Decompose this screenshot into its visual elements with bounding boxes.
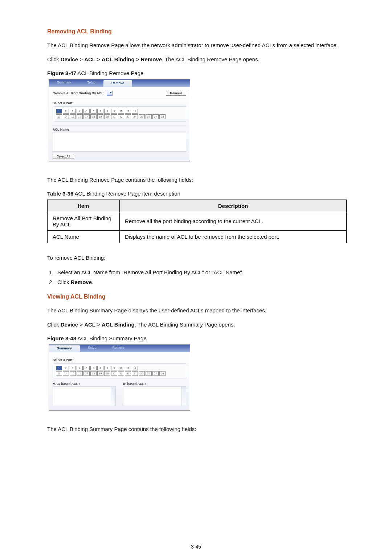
tab-summary-2[interactable]: Summary [49, 345, 80, 352]
tab-remove-2[interactable]: Remove [105, 345, 133, 352]
port-3[interactable]: 3 [70, 109, 76, 114]
mac-acl-list[interactable] [53, 386, 116, 406]
port-13[interactable]: 13 [56, 371, 62, 376]
port-26[interactable]: 26 [146, 114, 152, 119]
port-13[interactable]: 13 [56, 114, 62, 119]
port-4[interactable]: 4 [77, 366, 83, 370]
port-19[interactable]: 19 [97, 371, 103, 376]
fields-intro-2: The ACL Binding Summary Page contains th… [47, 425, 347, 434]
port-10[interactable]: 10 [118, 366, 124, 370]
port-10[interactable]: 10 [118, 109, 124, 114]
port-14[interactable]: 14 [63, 114, 69, 119]
table-caption: Table 3-36 ACL Binding Remove Page item … [47, 190, 347, 198]
port-26[interactable]: 26 [146, 371, 152, 376]
port-18[interactable]: 18 [90, 114, 97, 119]
step-2: Click Remove. [55, 278, 347, 287]
port-14[interactable]: 14 [63, 371, 69, 376]
intro-paragraph-2: The ACL Binding Summary Page displays th… [47, 307, 347, 315]
port-25[interactable]: 25 [139, 114, 145, 119]
port-24[interactable]: 24 [132, 114, 138, 119]
port-3[interactable]: 3 [70, 366, 76, 370]
port-17[interactable]: 17 [83, 114, 90, 119]
port-row-top: 123456789101112 [56, 109, 183, 114]
page-number: 3-45 [0, 544, 392, 550]
screenshot-acl-summary: Summary Setup Remove Select a Port: 1234… [49, 344, 190, 411]
tab-setup-2[interactable]: Setup [80, 345, 105, 352]
port-28[interactable]: 28 [159, 371, 166, 376]
port-11[interactable]: 11 [125, 366, 131, 370]
remove-by-acl-label: Remove All Port Binding By ACL: [53, 91, 105, 95]
fields-intro: The ACL Binding Remove Page contains the… [47, 176, 347, 184]
port-19[interactable]: 19 [97, 114, 103, 119]
port-selector-2: 123456789101112 131415161718192021222324… [53, 363, 186, 378]
port-4[interactable]: 4 [77, 109, 83, 114]
port-8[interactable]: 8 [104, 109, 110, 114]
port-row-bottom: 13141516171819202122232425262728 [56, 114, 183, 119]
port-11[interactable]: 11 [125, 109, 131, 114]
figure-caption-2: Figure 3-48 ACL Binding Summary Page [47, 335, 347, 343]
tab-bar-2: Summary Setup Remove [49, 345, 190, 352]
figure-caption: Figure 3-47 ACL Binding Remove Page [47, 69, 347, 78]
port-22[interactable]: 22 [118, 371, 124, 376]
port-20[interactable]: 20 [104, 371, 110, 376]
port-21[interactable]: 21 [111, 114, 117, 119]
port-27[interactable]: 27 [152, 371, 159, 376]
port-12[interactable]: 12 [132, 366, 138, 370]
port-21[interactable]: 21 [111, 371, 117, 376]
tab-bar: Summary Setup Remove [49, 79, 190, 87]
port-5[interactable]: 5 [83, 109, 90, 114]
acl-name-list[interactable] [53, 132, 186, 152]
select-all-button[interactable]: Select All [53, 154, 74, 159]
port-7[interactable]: 7 [97, 366, 103, 370]
th-item: Item [48, 200, 120, 212]
port-27[interactable]: 27 [152, 114, 159, 119]
select-port-label: Select a Port: [53, 101, 186, 105]
port-9[interactable]: 9 [111, 109, 117, 114]
ip-acl-list[interactable] [123, 386, 186, 406]
port-7[interactable]: 7 [97, 109, 103, 114]
port-2[interactable]: 2 [63, 109, 69, 114]
port-25[interactable]: 25 [139, 371, 145, 376]
th-desc: Description [120, 200, 347, 212]
acl-name-label: ACL Name [53, 128, 186, 131]
step-1: Select an ACL Name from "Remove All Port… [55, 268, 347, 278]
port-2[interactable]: 2 [63, 366, 69, 370]
tab-setup[interactable]: Setup [79, 79, 104, 87]
mac-acl-label: MAC-based ACL : [53, 382, 116, 386]
remove-button[interactable]: Remove [166, 91, 186, 96]
item-description-table: Item Description Remove All Port Binding… [47, 200, 347, 243]
steps-list: Select an ACL Name from "Remove All Port… [55, 268, 347, 287]
port-selector: 123456789101112 131415161718192021222324… [53, 106, 186, 122]
port-28[interactable]: 28 [159, 114, 166, 119]
section-heading-removing: Removing ACL Binding [47, 28, 347, 35]
acl-dropdown[interactable] [107, 91, 113, 96]
port-18[interactable]: 18 [90, 371, 97, 376]
tab-summary[interactable]: Summary [49, 79, 79, 87]
port-6[interactable]: 6 [90, 366, 97, 370]
port-20[interactable]: 20 [104, 114, 110, 119]
port-1[interactable]: 1 [56, 109, 62, 114]
port-12[interactable]: 12 [132, 109, 138, 114]
port-16[interactable]: 16 [77, 371, 83, 376]
port-5[interactable]: 5 [83, 366, 90, 370]
port-15[interactable]: 15 [70, 371, 76, 376]
tab-remove[interactable]: Remove [103, 80, 132, 87]
port-row-top-2: 123456789101112 [56, 366, 183, 370]
port-9[interactable]: 9 [111, 366, 117, 370]
port-23[interactable]: 23 [125, 114, 131, 119]
row-item-1: Remove All Port Binding By ACL [48, 212, 120, 230]
port-17[interactable]: 17 [83, 371, 90, 376]
port-23[interactable]: 23 [125, 371, 131, 376]
port-6[interactable]: 6 [90, 109, 97, 114]
port-22[interactable]: 22 [118, 114, 124, 119]
port-1[interactable]: 1 [56, 366, 62, 370]
select-port-label-2: Select a Port: [53, 358, 186, 362]
port-24[interactable]: 24 [132, 371, 138, 376]
row-desc-1: Remove all the port binding according to… [120, 212, 347, 230]
row-item-2: ACL Name [48, 230, 120, 243]
port-16[interactable]: 16 [77, 114, 83, 119]
section-heading-viewing: Viewing ACL Binding [47, 294, 347, 300]
port-8[interactable]: 8 [104, 366, 110, 370]
port-15[interactable]: 15 [70, 114, 76, 119]
screenshot-acl-remove: Summary Setup Remove Remove All Port Bin… [49, 79, 190, 161]
